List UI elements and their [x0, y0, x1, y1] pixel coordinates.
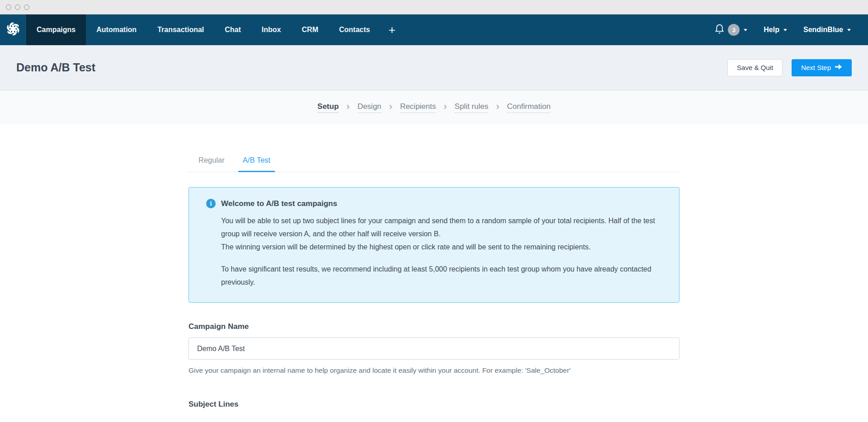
nav-item-crm[interactable]: CRM [292, 14, 329, 45]
window-titlebar [0, 0, 868, 14]
window-minimize-button[interactable] [15, 5, 20, 10]
chevron-down-icon [783, 29, 787, 31]
next-step-label: Next Step [801, 64, 831, 71]
step-setup[interactable]: Setup [317, 102, 339, 113]
notifications-dropdown[interactable]: 3 [714, 23, 747, 37]
info-paragraph-3: To have significant test results, we rec… [221, 263, 664, 289]
chevron-down-icon [744, 29, 747, 31]
setup-form: Regular A/B Test i Welcome to A/B test c… [189, 150, 679, 409]
tab-ab-test[interactable]: A/B Test [238, 150, 275, 172]
page-title: Demo A/B Test [16, 61, 95, 74]
info-paragraph-1: You will be able to set up two subject l… [221, 214, 664, 240]
top-nav: Campaigns Automation Transactional Chat … [0, 14, 868, 45]
window-zoom-button[interactable] [24, 5, 29, 10]
nav-item-chat[interactable]: Chat [214, 14, 251, 45]
campaign-type-tabs: Regular A/B Test [189, 150, 679, 172]
nav-add-button[interactable]: + [380, 14, 403, 45]
info-icon: i [206, 199, 216, 208]
window-close-button[interactable] [6, 5, 11, 10]
step-split-rules[interactable]: Split rules [455, 102, 489, 113]
campaign-stepper: Setup › Design › Recipients › Split rule… [0, 90, 868, 124]
step-design[interactable]: Design [358, 102, 382, 113]
nav-item-transactional[interactable]: Transactional [147, 14, 214, 45]
save-quit-button[interactable]: Save & Quit [727, 59, 783, 76]
chevron-right-icon: › [443, 102, 447, 112]
step-recipients[interactable]: Recipients [400, 102, 436, 113]
campaign-name-helper-text: Give your campaign an internal name to h… [189, 366, 679, 375]
campaign-name-label: Campaign Name [189, 322, 679, 331]
chevron-right-icon: › [389, 102, 392, 112]
info-box-body: You will be able to set up two subject l… [221, 214, 664, 289]
header-actions: Save & Quit Next Step [727, 59, 852, 76]
arrow-right-icon [835, 64, 842, 71]
chevron-down-icon [847, 29, 851, 31]
bell-icon [714, 23, 725, 37]
next-step-button[interactable]: Next Step [792, 59, 852, 76]
nav-item-campaigns[interactable]: Campaigns [26, 14, 86, 45]
page-header: Demo A/B Test Save & Quit Next Step [0, 45, 868, 90]
info-title-row: i Welcome to A/B test campaigns [206, 199, 664, 208]
account-dropdown[interactable]: SendinBlue [803, 26, 851, 34]
sendinblue-logo-icon [5, 21, 21, 39]
nav-right-section: 3 Help SendinBlue [714, 14, 868, 45]
account-label: SendinBlue [803, 26, 843, 34]
subject-lines-label: Subject Lines [189, 400, 679, 409]
step-confirmation[interactable]: Confirmation [507, 102, 551, 113]
sendinblue-logo[interactable] [0, 14, 26, 45]
nav-item-contacts[interactable]: Contacts [329, 14, 380, 45]
tab-regular[interactable]: Regular [194, 150, 229, 172]
notification-count-badge: 3 [728, 24, 740, 36]
chevron-right-icon: › [496, 102, 499, 112]
save-quit-label: Save & Quit [737, 64, 773, 71]
info-box-title: Welcome to A/B test campaigns [221, 199, 337, 208]
help-dropdown[interactable]: Help [764, 26, 787, 34]
nav-menu: Campaigns Automation Transactional Chat … [26, 14, 404, 45]
ab-test-info-box: i Welcome to A/B test campaigns You will… [189, 187, 679, 303]
info-paragraph-2: The winning version will be determined b… [221, 240, 664, 253]
campaign-name-input[interactable] [189, 338, 679, 360]
nav-item-automation[interactable]: Automation [86, 14, 147, 45]
help-label: Help [764, 26, 779, 34]
nav-item-inbox[interactable]: Inbox [251, 14, 292, 45]
chevron-right-icon: › [346, 102, 349, 112]
